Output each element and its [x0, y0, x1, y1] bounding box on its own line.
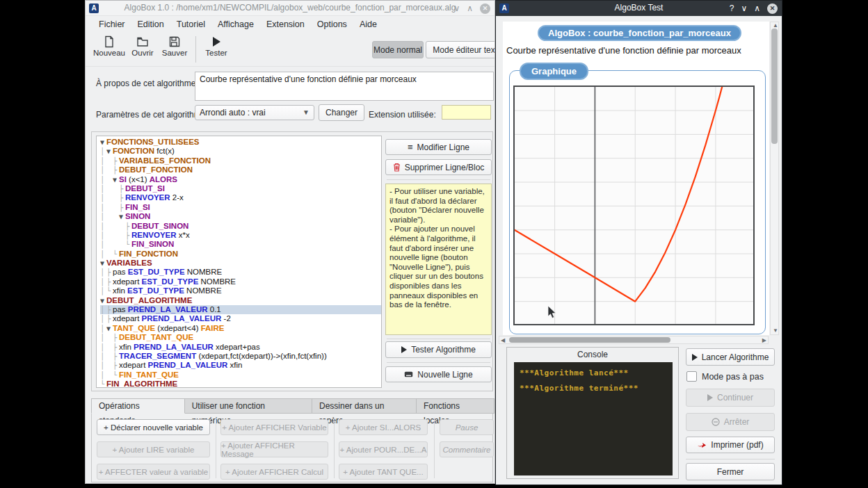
help-icon[interactable]: ? [730, 1, 734, 16]
stop-label: Arrêter [724, 417, 750, 427]
tree-row[interactable]: │ ├RENVOYER 2-x [100, 193, 381, 202]
menu-tutoriel[interactable]: Tutoriel [170, 19, 211, 29]
panel-button-affecter-valeur-variable[interactable]: + AFFECTER valeur à variable [97, 464, 210, 480]
algobox-main-window: A AlgoBox 1.0 : /home/xm1/NEWCOMPIL/algo… [85, 0, 495, 484]
tree-row[interactable]: │ ├xfin PREND_LA_VALEUR xdepart+pas [100, 343, 381, 352]
chevron-down-icon: ▼ [303, 106, 310, 120]
save-button[interactable]: Sauver [158, 34, 191, 65]
mode-editor-label: Mode éditeur texte [433, 45, 495, 55]
print-icon [697, 441, 707, 449]
scroll-left-icon[interactable]: ◀ [501, 337, 505, 344]
maximize-icon[interactable]: ∧ [467, 1, 473, 16]
tree-row[interactable]: ▼VARIABLES [100, 259, 381, 268]
menu-aide[interactable]: Aide [353, 19, 383, 29]
tree-row[interactable]: │└xfin EST_DU_TYPE NOMBRE [100, 286, 381, 295]
tree-row[interactable]: │ └FIN_SINON [100, 240, 381, 249]
menu-affichage[interactable]: Affichage [211, 19, 260, 29]
vertical-scroll-thumb[interactable] [771, 29, 778, 144]
tree-row[interactable]: │ ├DEBUT_SI [100, 184, 381, 193]
step-mode-checkbox[interactable] [686, 371, 697, 382]
menu-edition[interactable]: Edition [131, 19, 170, 29]
panel-button-ajouter-si-alors[interactable]: + Ajouter SI...ALORS [339, 419, 428, 435]
minimize-icon[interactable]: ∨ [453, 1, 460, 16]
new-line-button[interactable]: Nouvelle Ligne [385, 366, 492, 382]
maximize-icon[interactable]: ∧ [754, 1, 760, 16]
tree-row[interactable]: │▼FONCTION fct(x) [100, 147, 381, 156]
tree-row[interactable]: └FIN_ALGORITHME [100, 380, 381, 388]
open-folder-icon [136, 35, 149, 48]
panel-button-ajouter-pour-de-a[interactable]: + Ajouter POUR...DE...A [339, 441, 428, 457]
play-icon [707, 394, 713, 401]
delete-line-button[interactable]: Supprimer Ligne/Bloc [385, 159, 492, 175]
run-algorithm-label: Lancer Algorithme [702, 352, 769, 362]
tab-utiliser-une-fonction-num-rique[interactable]: Utiliser une fonction numérique [185, 398, 312, 414]
tree-row[interactable]: │ └FIN_TANT_QUE [100, 371, 381, 380]
tree-row[interactable]: │▼TANT_QUE (xdepart<4) FAIRE [100, 324, 381, 333]
stop-button[interactable]: Arrêter [686, 413, 775, 431]
test-algorithm-button[interactable]: Tester Algorithme [385, 341, 492, 358]
tree-row[interactable]: │ └FIN_FONCTION [100, 250, 381, 259]
tree-row[interactable]: │ ├VARIABLES_FONCTION [100, 156, 381, 165]
change-button[interactable]: Changer [319, 104, 364, 121]
tree-row[interactable]: │├xdepart PREND_LA_VALEUR -2 [100, 314, 381, 323]
menu-extension[interactable]: Extension [260, 19, 311, 29]
tree-row[interactable]: │ ├FIN_SI [100, 203, 381, 212]
tree-row[interactable]: ▼DEBUT_ALGORITHME [100, 296, 381, 305]
main-titlebar[interactable]: A AlgoBox 1.0 : /home/xm1/NEWCOMPIL/algo… [86, 1, 495, 16]
panel-button-ajouter-lire-variable[interactable]: + Ajouter LIRE variable [97, 441, 210, 457]
tree-row[interactable]: │ ├RENVOYER x*x [100, 231, 381, 240]
tree-row[interactable]: │ ▼SINON [100, 212, 381, 221]
panel-button-ajouter-tant-que[interactable]: + Ajouter TANT QUE... [339, 464, 428, 480]
params-select[interactable]: Arrondi auto : vrai ▼ [195, 105, 314, 120]
tree-row[interactable]: │├pas EST_DU_TYPE NOMBRE [100, 268, 381, 277]
scroll-right-icon[interactable]: ▶ [762, 337, 766, 344]
about-textarea[interactable]: Courbe représentative d'une fonction déf… [195, 72, 494, 101]
close-test-button[interactable]: Fermer [686, 463, 775, 480]
params-selected-value: Arrondi auto : vrai [200, 108, 266, 117]
continue-button[interactable]: Continuer [686, 389, 775, 407]
close-icon[interactable]: ✕ [767, 3, 778, 14]
panel-button-pause[interactable]: Pause [440, 419, 494, 435]
close-icon[interactable]: ✕ [480, 3, 490, 14]
horizontal-scrollbar[interactable]: ◀ ▶ [499, 336, 769, 344]
test-button[interactable]: Tester [200, 34, 233, 65]
menu-fichier[interactable]: Fichier [93, 19, 131, 29]
panel-button-ajouter-afficher-message[interactable]: + Ajouter AFFICHER Message [220, 441, 328, 457]
step-mode-label: Mode pas à pas [702, 372, 764, 382]
tree-row[interactable]: │ ├TRACER_SEGMENT (xdepart,fct(xdepart))… [100, 352, 381, 361]
panel-button-ajouter-afficher-variable[interactable]: + Ajouter AFFICHER Variable [220, 419, 328, 435]
tree-row[interactable]: │├pas PREND_LA_VALEUR 0.1 [100, 305, 381, 314]
minimize-icon[interactable]: ∨ [741, 1, 747, 16]
tree-row[interactable]: │├xdepart EST_DU_TYPE NOMBRE [100, 277, 381, 286]
separator [434, 418, 435, 478]
test-algorithm-label: Tester Algorithme [411, 345, 476, 355]
tree-row[interactable]: │ ├DEBUT_TANT_QUE [100, 333, 381, 342]
panel-button-ajouter-afficher-calcul[interactable]: + Ajouter AFFICHER Calcul [220, 464, 328, 480]
panel-button-d-clarer-nouvelle-variable[interactable]: + Déclarer nouvelle variable [97, 419, 210, 435]
print-pdf-button[interactable]: Imprimer (pdf) [686, 437, 775, 453]
tree-row[interactable]: ▼FONCTIONS_UTILISEES [100, 138, 381, 147]
tree-row[interactable]: │ ├xdepart PREND_LA_VALEUR xfin [100, 361, 381, 370]
vertical-scrollbar[interactable]: ▲ ▼ [770, 22, 779, 335]
tab-fonctions-locales[interactable]: Fonctions locales [417, 398, 495, 414]
menu-options[interactable]: Options [311, 19, 353, 29]
tab-op-rations-standards[interactable]: Opérations standards [91, 398, 185, 414]
horizontal-scroll-thumb[interactable] [509, 337, 670, 343]
open-button[interactable]: Ouvrir [126, 34, 159, 65]
new-label: Nouveau [93, 49, 125, 57]
modify-line-button[interactable]: ≡ Modifier Ligne [385, 139, 492, 155]
panel-button-commentaire[interactable]: Commentaire [440, 441, 494, 457]
test-titlebar[interactable]: A AlgoBox Test ? ∨ ∧ ✕ [496, 1, 782, 16]
run-algorithm-button[interactable]: Lancer Algorithme [686, 348, 775, 366]
new-button[interactable]: Nouveau [93, 34, 126, 65]
console-label: Console [507, 350, 678, 359]
tree-row[interactable]: │ ▼SI (x<1) ALORS [100, 175, 381, 184]
tree-row[interactable]: │ ├DEBUT_FONCTION [100, 165, 381, 174]
tree-row[interactable]: │ ├DEBUT_SINON [100, 222, 381, 231]
tab-dessiner-dans-un-rep-re[interactable]: Dessiner dans un repère [312, 398, 417, 414]
mode-normal-button[interactable]: Mode normal [372, 41, 424, 58]
scroll-down-icon[interactable]: ▼ [773, 327, 778, 334]
extension-field[interactable] [442, 105, 491, 120]
mode-editor-button[interactable]: Mode éditeur texte [426, 41, 495, 58]
print-pdf-label: Imprimer (pdf) [711, 440, 763, 450]
